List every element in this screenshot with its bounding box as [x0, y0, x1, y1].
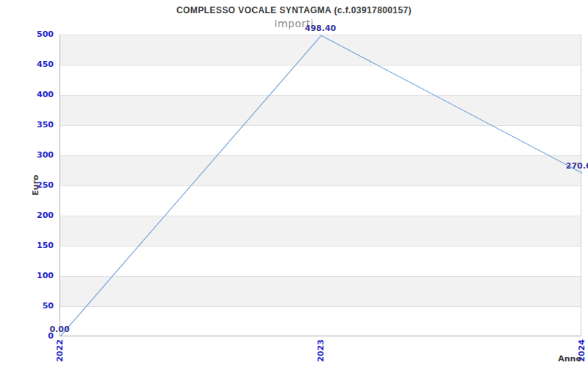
- y-axis-title: Euro: [31, 173, 40, 198]
- line-series: [60, 35, 582, 336]
- y-tick-label: 450: [0, 60, 54, 69]
- plot-area: [60, 35, 581, 336]
- point-value-label: 270.60: [566, 161, 588, 171]
- chart-title: COMPLESSO VOCALE SYNTAGMA (c.f.039178001…: [0, 5, 588, 15]
- y-tick-label: 0: [0, 331, 54, 341]
- chart-page: { "title": "COMPLESSO VOCALE SYNTAGMA (c…: [0, 0, 588, 368]
- y-tick-label: 150: [0, 241, 54, 250]
- point-value-label: 0.00: [49, 325, 69, 334]
- line-chart-canvas: [60, 35, 582, 336]
- x-axis-title: Anno: [558, 354, 581, 364]
- y-tick-label: 50: [0, 301, 54, 311]
- y-tick-label: 200: [0, 210, 54, 220]
- x-tick-label: 2022: [55, 339, 65, 364]
- y-tick-label: 400: [0, 90, 54, 99]
- x-tick-label: 2023: [316, 339, 326, 364]
- y-tick-label: 350: [0, 120, 54, 130]
- y-tick-label: 300: [0, 150, 54, 160]
- y-tick-label: 100: [0, 271, 54, 280]
- point-value-label: 498.40: [305, 24, 336, 33]
- chart-subtitle: Importi: [0, 18, 588, 29]
- y-tick-label: 250: [0, 180, 54, 190]
- y-tick-label: 500: [0, 29, 54, 39]
